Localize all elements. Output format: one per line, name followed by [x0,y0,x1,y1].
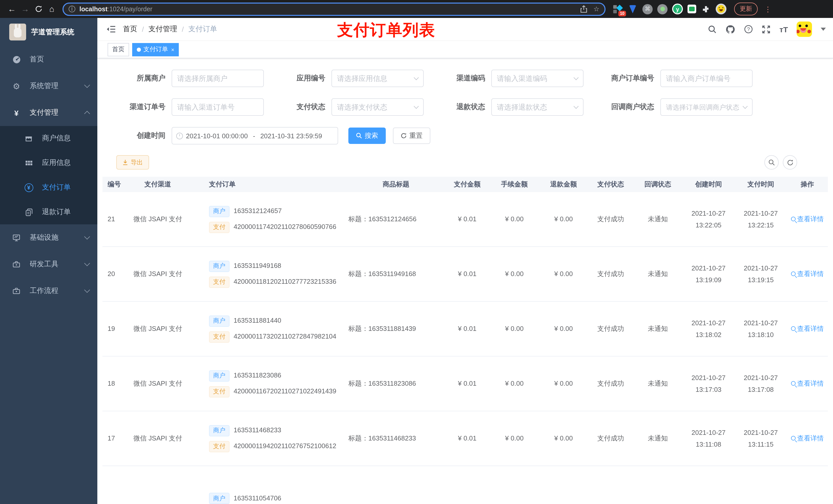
browser-back-icon[interactable]: ← [5,4,19,14]
merchant-order-no: 1635312124657 [234,206,282,216]
bookmark-star-icon[interactable]: ☆ [594,5,599,13]
export-button[interactable]: 导出 [116,155,149,170]
sidebar-item-label: 系统管理 [30,81,58,91]
sidebar-fold-icon[interactable] [106,25,116,33]
svg-text:?: ? [747,26,750,32]
pay-tag: 支付 [209,331,230,342]
breadcrumb-home[interactable]: 首页 [123,25,137,34]
view-detail-link[interactable]: 查看详情 [791,269,824,279]
pay-status-field[interactable] [337,103,411,111]
sidebar-item-system[interactable]: ⚙ 系统管理 [0,73,97,99]
main-content: 首页 / 支付管理 / 支付订单 支付订单列表 ? [97,18,833,504]
extension-dot-icon[interactable] [657,4,668,14]
extension-command-icon[interactable]: ⌘ [642,4,653,14]
sidebar-item-dev-tools[interactable]: 研发工具 [0,251,97,278]
github-icon[interactable] [726,24,735,34]
search-button[interactable]: 搜索 [348,127,386,144]
tab-home[interactable]: 首页 [108,43,129,56]
browser-forward-icon[interactable]: → [19,4,32,14]
font-size-icon[interactable]: тT [780,25,788,33]
merchant-order-field[interactable] [666,74,747,82]
pay-tag: 支付 [209,276,230,288]
chevron-down-icon [414,75,419,80]
url-bar[interactable]: i localhost:1024/pay/order ☆ [63,2,605,16]
create-time-range-picker[interactable]: 2021-10-01 00:00:00 - 2021-10-31 23:59:5… [172,127,338,144]
extension-y-icon[interactable]: y [672,4,683,14]
sidebar-logo[interactable]: 芋道管理系统 [0,18,97,46]
chrome-menu-icon[interactable]: ⋮ [764,5,771,13]
view-detail-link[interactable]: 查看详情 [791,323,824,334]
refund-status-select[interactable] [491,98,584,116]
sidebar-item-app-info[interactable]: 应用信息 [0,150,97,175]
user-avatar[interactable] [796,22,812,37]
browser-chrome: ← → ⌂ i localhost:1024/pay/order ☆ 10 ⌘ … [0,0,833,18]
chevron-down-icon [414,104,419,109]
sidebar-item-payment[interactable]: ¥ 支付管理 [0,99,97,126]
notify-status-field[interactable] [666,103,740,111]
sidebar-item-refund-order[interactable]: 退款订单 [0,200,97,224]
chevron-down-icon [84,261,90,266]
reset-button[interactable]: 重置 [393,127,430,144]
table-row: 17 微信 JSAPI 支付 商户1635311468233 支付4200001… [102,411,828,466]
channel-order-field[interactable] [177,103,258,111]
merchant-tag: 商户 [209,493,230,504]
filter-label-refund-status: 退款状态 [424,102,491,112]
tab-pay-order[interactable]: 支付订单 × [132,43,179,56]
view-detail-link[interactable]: 查看详情 [791,433,824,443]
filter-label-notify-status: 回调商户状态 [584,102,660,112]
extension-chat-icon[interactable] [688,5,696,13]
merchant-order-no: 1635311054706 [234,493,281,503]
merchant-input-field[interactable] [177,74,258,82]
browser-home-icon[interactable]: ⌂ [45,4,58,14]
sidebar-item-label: 支付管理 [30,108,58,117]
notify-status-select[interactable] [660,98,753,116]
shop-icon [23,134,35,142]
pay-order-no: 4200001167202110271022491439 [234,386,336,397]
sidebar-item-infrastructure[interactable]: 基础设施 [0,224,97,251]
yen-icon: ¥ [10,108,23,117]
sidebar-item-merchant-info[interactable]: 商户信息 [0,126,97,150]
refund-status-field[interactable] [497,103,571,111]
chevron-down-icon [84,234,90,240]
search-icon[interactable] [708,25,717,33]
col-header-amount: 支付金额 [445,179,490,190]
refresh-button[interactable] [783,155,797,170]
sidebar-item-home[interactable]: 首页 [0,46,97,73]
clock-icon [176,133,183,139]
extension-kite-icon[interactable] [627,4,638,14]
breadcrumb-payment[interactable]: 支付管理 [148,25,177,34]
sidebar-item-pay-order[interactable]: ¥ 支付订单 [0,175,97,200]
merchant-input[interactable] [172,70,264,87]
close-tab-icon[interactable]: × [171,46,174,52]
channel-code-select[interactable] [491,70,584,87]
yen-circle-icon: ¥ [23,183,35,192]
help-icon[interactable]: ? [744,25,753,34]
toggle-search-button[interactable] [764,155,779,170]
sidebar: 芋道管理系统 首页 ⚙ 系统管理 ¥ 支付管理 [0,18,97,504]
app-select[interactable] [331,70,424,87]
profile-avatar-icon[interactable] [716,4,727,14]
chevron-down-icon [573,104,579,109]
pay-status-select[interactable] [331,98,424,116]
url-text[interactable]: localhost:1024/pay/order [79,5,574,13]
avatar-caret-icon[interactable] [821,28,826,31]
view-detail-link[interactable]: 查看详情 [791,214,824,224]
view-detail-link[interactable]: 查看详情 [791,378,824,388]
channel-order-input[interactable] [172,98,264,116]
fullscreen-icon[interactable] [762,25,771,33]
chrome-update-button[interactable]: 更新 [734,3,758,15]
site-info-icon[interactable]: i [69,6,75,12]
browser-reload-icon[interactable] [32,5,45,13]
app-select-field[interactable] [337,74,411,82]
sidebar-item-workflow[interactable]: 工作流程 [0,278,97,304]
channel-code-field[interactable] [497,74,571,82]
pay-order-no: 4200001174202110278060590766 [234,222,336,232]
magnifier-icon [791,436,795,440]
merchant-order-input[interactable] [660,70,753,87]
share-icon[interactable] [581,5,587,13]
extension-blocks-icon[interactable]: 10 [613,4,623,14]
range-begin[interactable]: 2021-10-01 00:00:00 [186,132,248,140]
gear-icon: ⚙ [10,81,23,91]
extensions-puzzle-icon[interactable] [701,4,711,14]
range-end[interactable]: 2021-10-31 23:59:59 [260,132,322,140]
